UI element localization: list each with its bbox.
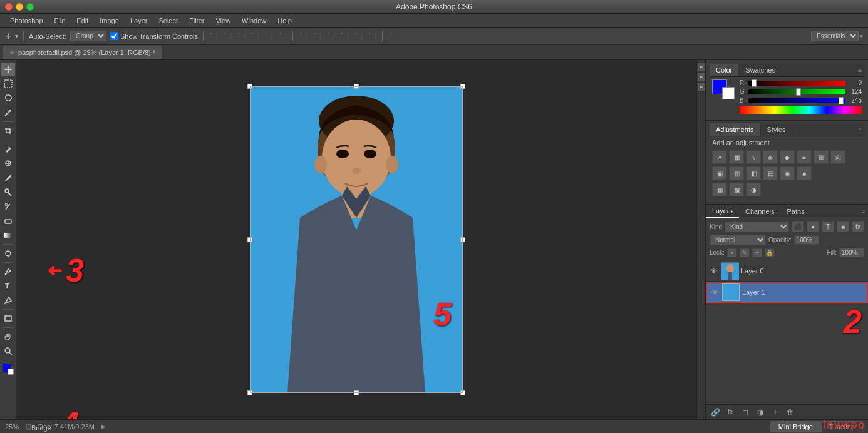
mini-bridge-tab[interactable]: Mini Bridge [770,421,821,432]
distribute-icon-2[interactable]: ⬛ [312,33,322,39]
align-vertical-center-icon[interactable]: ⬛ [222,33,232,39]
menu-file[interactable]: File [49,16,71,26]
layer-0-visibility[interactable]: 👁 [708,267,718,275]
menu-photoshop[interactable]: Photoshop [5,16,48,26]
layer-filter-btn-5[interactable]: fx [852,221,864,232]
layer-item-0[interactable]: 👁 Layer 0 [706,260,868,282]
align-right-icon[interactable]: ⬛ [277,33,287,39]
tab-swatches[interactable]: Swatches [739,64,782,76]
dodge-tool[interactable] [1,247,15,260]
menu-layer[interactable]: Layer [125,16,153,26]
essentials-dropdown[interactable]: Essentials [811,31,859,41]
gradient-tool[interactable] [1,228,15,242]
clone-stamp-tool[interactable] [1,185,15,199]
transform-handle-tl[interactable] [247,84,252,89]
layer-style-btn[interactable]: fx [725,407,736,418]
tab-color[interactable]: Color [710,64,739,76]
tab-styles[interactable]: Styles [761,123,793,136]
fill-input[interactable] [839,248,864,257]
adj-exposure-icon[interactable]: ◈ [763,150,778,164]
layer-filter-btn-2[interactable]: ● [807,221,819,232]
menu-view[interactable]: View [210,16,235,26]
distribute-icon-1[interactable]: ⬛ [298,33,308,39]
adj-invert-icon[interactable]: ▣ [712,166,727,180]
lock-transparent-icon[interactable]: ▪ [727,248,737,257]
adj-gradient-fill-icon[interactable]: ▦ [712,183,727,196]
foreground-color[interactable] [1,362,15,376]
maximize-button[interactable] [26,3,34,11]
lock-all-icon[interactable]: 🔒 [765,248,775,257]
transform-handle-tm[interactable] [354,84,359,89]
minimize-button[interactable] [16,3,23,11]
spot-healing-tool[interactable] [1,156,15,170]
adj-vibrance-icon[interactable]: ◆ [780,150,795,164]
menu-select[interactable]: Select [153,16,183,26]
adj-photo-filter-icon[interactable]: ◎ [830,150,845,164]
g-thumb[interactable] [796,88,801,96]
layer-filter-btn-4[interactable]: ■ [837,221,849,232]
tab-close-icon[interactable]: ✕ [9,49,14,56]
new-fill-layer-btn[interactable]: ◑ [755,407,766,418]
new-layer-btn[interactable]: + [770,407,781,418]
history-brush-tool[interactable] [1,200,15,213]
g-slider[interactable] [748,89,845,94]
magic-wand-tool[interactable] [1,106,15,120]
panel-icon-3[interactable]: ▶ [698,83,705,91]
timeline-tab[interactable]: Timeline [821,421,863,432]
menu-help[interactable]: Help [272,16,297,26]
adj-panel-collapse[interactable]: ≡ [855,125,864,135]
lasso-tool[interactable] [1,91,15,105]
layer-filter-btn-1[interactable]: ⬛ [792,221,804,232]
zoom-tool[interactable] [1,344,15,358]
adj-color-balance-icon[interactable]: ⊞ [814,150,829,164]
distribute-icon-6[interactable]: ⬛ [367,33,377,39]
close-button[interactable] [5,3,13,11]
transform-handle-bm[interactable] [354,390,359,395]
type-tool[interactable]: T [1,279,15,293]
align-horizontal-center-icon[interactable]: ⬛ [264,33,274,39]
color-panel-collapse[interactable]: ≡ [855,66,864,75]
align-left-icon[interactable]: ⬛ [250,33,260,39]
adj-threshold-icon[interactable]: ◧ [746,166,761,180]
adj-pattern-fill-icon[interactable]: ▩ [729,183,744,196]
doc-info-arrow[interactable]: ▶ [101,423,106,430]
eyedropper-tool[interactable] [1,142,15,156]
rectangle-tool[interactable] [1,312,15,325]
r-slider[interactable] [748,81,845,86]
distribute-icon-4[interactable]: ⬛ [339,33,349,39]
link-layers-btn[interactable]: 🔗 [710,407,721,418]
b-thumb[interactable] [839,97,844,104]
menu-filter[interactable]: Filter [184,16,209,26]
panel-icon-2[interactable]: ▶ [698,73,705,81]
distribute-icon-5[interactable]: ⬛ [353,33,363,39]
tab-paths[interactable]: Paths [781,205,811,218]
document-tab[interactable]: ✕ pasphotofadli.psd @ 25% (Layer 1, RGB/… [3,46,162,59]
transform-handle-br[interactable] [460,390,465,395]
transform-handle-tr[interactable] [460,84,465,89]
lock-position-icon[interactable]: ✛ [752,248,762,257]
panel-icon-1[interactable]: ▶ [698,63,705,71]
show-transform-checkbox[interactable] [110,32,118,40]
align-bottom-icon[interactable]: ⬛ [236,33,246,39]
move-tool[interactable] [1,63,15,76]
fg-bg-swatches[interactable] [712,79,735,99]
tab-layers[interactable]: Layers [706,205,739,218]
adj-curves-icon[interactable]: ∿ [746,150,761,164]
tab-channels[interactable]: Channels [739,205,780,218]
distribute-icon-3[interactable]: ⬛ [326,33,336,39]
opacity-input[interactable] [794,235,819,245]
layer-filter-btn-3[interactable]: T [822,221,834,232]
adj-black-white-icon[interactable]: ◑ [746,183,761,196]
transform-handle-mr[interactable] [460,237,465,242]
auto-select-dropdown[interactable]: Group Layer [70,31,106,41]
color-spectrum[interactable] [740,106,862,114]
adj-solid-color-icon[interactable]: ■ [797,166,812,180]
layer-kind-select[interactable]: Kind [725,222,789,232]
align-top-icon[interactable]: ⬛ [209,33,219,39]
adj-selective-color-icon[interactable]: ◉ [780,166,795,180]
transform-handle-bl[interactable] [247,390,252,395]
layers-panel-collapse[interactable]: ≡ [859,206,868,216]
blend-mode-select[interactable]: Normal [710,235,766,245]
marquee-tool[interactable] [1,77,15,91]
adj-hsl-icon[interactable]: ≡ [797,150,812,164]
